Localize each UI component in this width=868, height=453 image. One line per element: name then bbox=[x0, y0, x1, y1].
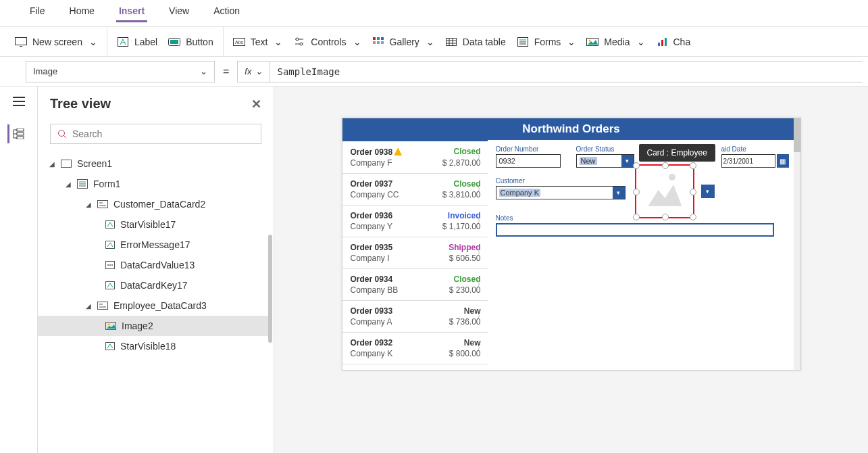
menu-view[interactable]: View bbox=[166, 4, 192, 22]
button-label: Button bbox=[186, 37, 213, 47]
resize-handle[interactable] bbox=[662, 162, 669, 169]
paid-date-input[interactable]: 2/31/2001 bbox=[721, 154, 775, 168]
tree-node-starvisible17[interactable]: StarVisible17 bbox=[38, 214, 268, 235]
chevron-right-icon: 〉 bbox=[476, 151, 485, 164]
order-number: Order 0938 bbox=[351, 147, 403, 157]
customer-label: Customer bbox=[496, 177, 626, 185]
collapse-icon[interactable]: ◢ bbox=[65, 181, 72, 188]
order-list-item[interactable]: Order 0938ClosedCompany F$ 2,870.00〉 bbox=[342, 140, 488, 174]
tree-label: DataCardKey17 bbox=[120, 280, 188, 291]
chevron-right-icon: 〉 bbox=[476, 247, 485, 259]
svg-rect-28 bbox=[658, 43, 660, 46]
text-button[interactable]: Abc Text ⌄ bbox=[233, 36, 283, 48]
svg-point-37 bbox=[59, 130, 65, 137]
order-list-item[interactable]: Order 0934ClosedCompany BB$ 230.00〉 bbox=[342, 269, 488, 301]
svg-rect-12 bbox=[377, 37, 380, 40]
collapse-icon[interactable]: ◢ bbox=[85, 302, 92, 310]
employee-dropdown-arrow[interactable]: ▾ bbox=[701, 185, 715, 198]
resize-handle[interactable] bbox=[633, 162, 640, 169]
formula-input[interactable]: SampleImage bbox=[270, 61, 863, 82]
search-input[interactable] bbox=[72, 128, 254, 139]
warning-icon bbox=[394, 147, 402, 156]
close-icon[interactable]: ✕ bbox=[251, 97, 261, 112]
sample-image-placeholder bbox=[648, 179, 682, 206]
detail-form: Order Number 0932 Order Status New ▾ aid… bbox=[488, 140, 800, 370]
data-table-label: Data table bbox=[463, 37, 506, 47]
tree-node-card-customer[interactable]: ◢ Customer_DataCard2 bbox=[38, 194, 268, 214]
new-screen-label: New screen bbox=[32, 37, 82, 47]
resize-handle[interactable] bbox=[690, 214, 696, 220]
order-list-item[interactable]: Order 0932NewCompany K$ 800.00〉 bbox=[342, 333, 488, 364]
svg-point-52 bbox=[111, 264, 113, 266]
button-button[interactable]: Button bbox=[168, 36, 213, 48]
order-company: Company BB bbox=[351, 285, 399, 295]
fx-button[interactable]: fx ⌄ bbox=[237, 61, 270, 82]
order-list-item[interactable]: Order 0937ClosedCompany CC$ 3,810.00〉 bbox=[342, 174, 488, 206]
tree-node-starvisible18[interactable]: StarVisible18 bbox=[38, 336, 268, 356]
forms-button[interactable]: Forms ⌄ bbox=[517, 36, 576, 48]
tree-node-screen[interactable]: ◢ Screen1 bbox=[38, 153, 268, 174]
resize-handle[interactable] bbox=[633, 214, 640, 220]
resize-handle[interactable] bbox=[662, 214, 669, 220]
tree-node-image2[interactable]: Image2 bbox=[38, 316, 268, 336]
order-company: Company K bbox=[351, 349, 393, 358]
label-button[interactable]: Label bbox=[117, 36, 157, 48]
order-status-dropdown[interactable]: New ▾ bbox=[576, 154, 634, 168]
order-list-item[interactable]: Order 0936InvoicedCompany Y$ 1,170.00〉 bbox=[342, 206, 488, 237]
search-box[interactable] bbox=[50, 124, 261, 144]
order-list-item[interactable]: Order 0935ShippedCompany I$ 606.50〉 bbox=[342, 237, 488, 269]
new-screen-button[interactable]: New screen ⌄ bbox=[15, 36, 97, 48]
calendar-icon[interactable]: ▦ bbox=[777, 154, 789, 168]
order-list-item[interactable]: Order 0933NewCompany A$ 736.00〉 bbox=[342, 301, 488, 333]
scrollbar-thumb[interactable] bbox=[268, 235, 272, 343]
chevron-right-icon: 〉 bbox=[476, 279, 485, 291]
svg-rect-35 bbox=[17, 133, 24, 135]
tree-node-form[interactable]: ◢ Form1 bbox=[38, 174, 268, 194]
tree-node-card-employee[interactable]: ◢ Employee_DataCard3 bbox=[38, 295, 268, 316]
scrollbar-thumb[interactable] bbox=[794, 118, 800, 152]
menu-action[interactable]: Action bbox=[211, 4, 242, 22]
order-amount: $ 2,870.00 bbox=[442, 158, 481, 168]
left-rail bbox=[0, 87, 38, 453]
menu-home[interactable]: Home bbox=[67, 4, 97, 22]
app-preview: Northwind Orders Order 0938ClosedCompany… bbox=[342, 118, 801, 371]
tree-node-datacardkey17[interactable]: DataCardKey17 bbox=[38, 275, 268, 295]
app-scrollbar[interactable] bbox=[794, 118, 800, 370]
order-company: Company A bbox=[351, 317, 392, 327]
order-status-label: Order Status bbox=[576, 145, 634, 153]
chevron-right-icon: 〉 bbox=[476, 215, 485, 227]
resize-handle[interactable] bbox=[690, 162, 696, 169]
gallery-button[interactable]: Gallery ⌄ bbox=[372, 36, 434, 48]
svg-rect-44 bbox=[98, 201, 108, 208]
tree-node-datacardvalue13[interactable]: DataCardValue13 bbox=[38, 255, 268, 275]
chevron-down-icon: ⌄ bbox=[567, 37, 576, 47]
selection-box[interactable] bbox=[635, 164, 694, 218]
charts-button[interactable]: Cha bbox=[656, 36, 691, 48]
tree-label: ErrorMessage17 bbox=[120, 239, 190, 250]
media-icon bbox=[586, 36, 598, 48]
hamburger-icon[interactable] bbox=[9, 92, 28, 111]
controls-button[interactable]: Controls ⌄ bbox=[293, 36, 361, 48]
tree-label: Employee_DataCard3 bbox=[113, 300, 207, 311]
svg-rect-14 bbox=[373, 41, 376, 44]
collapse-icon[interactable]: ◢ bbox=[85, 201, 92, 208]
resize-handle[interactable] bbox=[690, 189, 696, 195]
controls-label: Controls bbox=[311, 37, 346, 47]
media-button[interactable]: Media ⌄ bbox=[586, 36, 644, 48]
collapse-icon[interactable]: ◢ bbox=[49, 160, 55, 168]
order-number-input[interactable]: 0932 bbox=[496, 154, 561, 168]
table-icon bbox=[445, 36, 457, 48]
tree-node-errormessage17[interactable]: ErrorMessage17 bbox=[38, 235, 268, 255]
customer-dropdown[interactable]: Company K ▾ bbox=[496, 186, 626, 199]
resize-handle[interactable] bbox=[633, 189, 640, 195]
data-table-button[interactable]: Data table bbox=[445, 36, 506, 48]
menu-file[interactable]: File bbox=[27, 4, 48, 22]
chevron-down-icon: ⌄ bbox=[637, 37, 645, 47]
order-number: Order 0933 bbox=[351, 306, 393, 316]
tree-label: Image2 bbox=[122, 320, 153, 331]
notes-input[interactable] bbox=[496, 223, 774, 237]
label-icon bbox=[105, 220, 115, 229]
tree-view-rail-button[interactable] bbox=[7, 124, 26, 143]
menu-insert[interactable]: Insert bbox=[116, 4, 147, 22]
property-dropdown[interactable]: Image ⌄ bbox=[26, 61, 215, 82]
